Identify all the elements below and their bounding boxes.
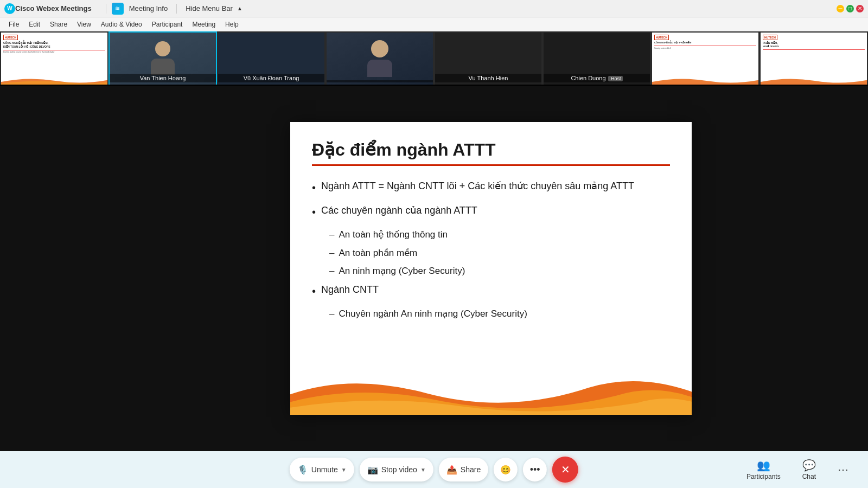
participant-name-6: Chien Duong [544,74,650,82]
participant-thumb-8[interactable]: HUTECH PHẦN MỀM, NGHỀ DEVOPS [760,31,868,86]
menu-bar: File Edit Share View Audio & Video Parti… [0,17,868,31]
left-dark-area [0,86,184,451]
toolbar-more-action[interactable]: ⋯ [831,461,855,478]
slide-divider [312,164,670,166]
participant-name-5: Vu Thanh Hien [435,74,541,82]
hide-menu-button[interactable]: Hide Menu Bar ▲ [182,3,246,14]
cisco-webex-icon: W [4,3,15,14]
dash-1: – [329,228,334,242]
stop-video-button[interactable]: 📷 Stop video ▼ [360,458,433,481]
bullet-3-sub-1: – Chuyên ngành An ninh mạng (Cyber Secur… [329,307,670,321]
slide-wave-8 [761,76,867,85]
menu-audio-video[interactable]: Audio & Video [97,20,146,29]
menu-edit[interactable]: Edit [24,20,44,29]
bullet-dot-3: • [312,283,316,299]
participants-strip: HUTECH CÔNG NGHỆ BẢO MẬT PHẦN MỀM, KIẾN … [0,31,868,86]
menu-meeting[interactable]: Meeting [188,20,220,29]
bullet-2: • Các chuyên ngành của ngành ATTT [312,203,670,220]
participant-thumb-3[interactable]: Vũ Xuân Đoan Trang [217,31,326,86]
bullet-2-sub-3: – An ninh mạng (Cyber Security) [329,264,670,278]
menu-share[interactable]: Share [46,20,72,29]
toolbar-right: 👥 Participants 💬 Chat ⋯ [740,457,855,483]
participant-name-2: Van Thien Hoang [110,74,216,82]
slide-wave-7 [652,76,758,85]
meeting-info-button[interactable]: Meeting Info [126,3,171,14]
dash-4: – [329,307,334,321]
participant-thumb-2[interactable]: Van Thien Hoang [108,31,217,86]
video-chevron-icon: ▼ [420,467,426,473]
chat-icon: 💬 [802,459,816,472]
person-head [155,41,170,56]
maximize-button[interactable]: □ [846,5,854,12]
menu-participant[interactable]: Participant [148,20,187,29]
slide-wave-bottom [290,366,692,415]
separator2 [176,4,177,14]
person-silhouette [149,41,176,76]
bullet-3-text: Ngành CNTT [321,282,379,297]
bullet-1: • Ngành ATTT = Ngành CNTT lõi + Các kiến… [312,179,670,196]
participant-thumb-1[interactable]: HUTECH CÔNG NGHỆ BẢO MẬT PHẦN MỀM, KIẾN … [0,31,108,86]
slide-bullets: • Ngành ATTT = Ngành CNTT lõi + Các kiến… [312,179,670,320]
toolbar: 🎙️ Unmute ▼ 📷 Stop video ▼ 📤 Share 😊 •••… [0,451,868,488]
chat-label: Chat [802,473,816,480]
close-button[interactable]: ✕ [856,5,864,12]
participant-thumb-7[interactable]: HUTECH CÔNG NGHỆ BẢO MẬT PHẦN MỀM Securi… [651,31,760,86]
participant-name-3: Vũ Xuân Đoan Trang [218,74,324,82]
unmute-label: Unmute [311,465,338,474]
participants-icon: 👥 [757,459,770,472]
menu-help[interactable]: Help [221,20,243,29]
slide-area: Đặc điểm ngành ATTT • Ngành ATTT = Ngành… [184,86,797,451]
unmute-chevron-icon: ▼ [341,467,347,473]
menu-file[interactable]: File [4,20,23,29]
more-options-button[interactable]: ••• [523,458,547,481]
participants-action[interactable]: 👥 Participants [740,457,787,483]
slide-title: Đặc điểm ngành ATTT [312,139,670,160]
dash-3: – [329,264,334,278]
participant-thumb-6[interactable]: Chien Duong [542,31,651,86]
separator [106,4,106,14]
bullet-2-sub-2-text: An toàn phần mềm [339,246,417,260]
reactions-icon: 😊 [500,465,511,475]
participant-thumb-4[interactable] [326,31,434,86]
bullet-2-text: Các chuyên ngành của ngành ATTT [321,203,477,218]
toolbar-center: 🎙️ Unmute ▼ 📷 Stop video ▼ 📤 Share 😊 •••… [290,457,578,483]
bullet-2-sub-2: – An toàn phần mềm [329,246,670,260]
microphone-muted-icon: 🎙️ [297,465,308,475]
slide-content: Đặc điểm ngành ATTT • Ngành ATTT = Ngành… [290,122,692,379]
menu-view[interactable]: View [73,20,95,29]
person-body [151,59,175,75]
bullet-3-sub-1-text: Chuyên ngành An ninh mạng (Cyber Securit… [339,307,527,321]
bullet-1-text: Ngành ATTT = Ngành CNTT lõi + Các kiến t… [321,179,634,194]
unmute-button[interactable]: 🎙️ Unmute ▼ [290,458,354,481]
bullet-2-sub-3-text: An ninh mạng (Cyber Security) [339,264,465,278]
participant-name-4 [327,80,433,82]
reactions-button[interactable]: 😊 [494,458,518,481]
share-icon: 📤 [446,465,457,475]
bullet-2-sub-1: – An toàn hệ thống thông tin [329,228,670,242]
hide-menu-label: Hide Menu Bar [186,4,233,12]
end-call-icon: ✕ [561,463,570,476]
minimize-button[interactable]: ─ [837,5,844,12]
title-bar: W Cisco Webex Meetings ≋ Meeting Info Hi… [0,0,868,17]
slide-wave [1,76,107,85]
video-person-4 [327,33,433,85]
bullet-3: • Ngành CNTT [312,282,670,299]
dash-2: – [329,246,334,260]
more-icon: ⋯ [838,463,848,476]
bullet-dot-2: • [312,204,316,220]
chat-action[interactable]: 💬 Chat [796,457,822,483]
camera-icon: 📷 [367,465,378,475]
webex-status-icon: ≋ [112,3,124,15]
participant-thumb-5[interactable]: Vu Thanh Hien [434,31,542,86]
slide-container: Đặc điểm ngành ATTT • Ngành ATTT = Ngành… [290,122,692,415]
ellipsis-icon: ••• [530,464,540,476]
chevron-up-icon: ▲ [237,5,242,11]
stop-video-label: Stop video [381,465,417,474]
app-title: Cisco Webex Meetings [15,4,92,12]
end-call-button[interactable]: ✕ [552,457,578,483]
meeting-info-label: Meeting Info [129,4,168,12]
bullet-2-sub-1-text: An toàn hệ thống thông tin [339,228,448,242]
share-label: Share [461,465,481,474]
participants-label: Participants [746,473,781,480]
share-button[interactable]: 📤 Share [439,458,488,481]
